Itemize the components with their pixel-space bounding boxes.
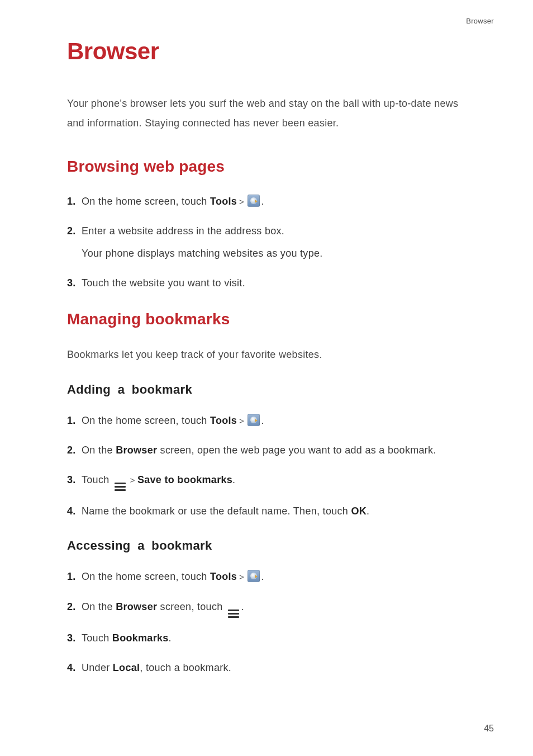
step-body: On the Browser screen, open the web page… bbox=[82, 441, 477, 460]
list-item: 2. On the Browser screen, touch . bbox=[67, 598, 477, 618]
list-item: 1. On the home screen, touch Tools>. bbox=[67, 412, 477, 430]
page-title: Browser bbox=[67, 38, 477, 65]
step-number: 3. bbox=[67, 629, 82, 648]
list-item: 4. Under Local, touch a bookmark. bbox=[67, 659, 477, 677]
step-text: . bbox=[261, 415, 264, 426]
step-text: Touch bbox=[82, 474, 112, 485]
ui-label: Tools bbox=[210, 196, 237, 207]
list-item: 1. On the home screen, touch Tools>. bbox=[67, 568, 477, 586]
list-item: 3. Touch the website you want to visit. bbox=[67, 274, 477, 292]
step-text: On the bbox=[82, 445, 116, 456]
list-item: 1. On the home screen, touch Tools>. bbox=[67, 192, 477, 211]
step-text: screen, touch bbox=[157, 601, 226, 612]
header-label: Browser bbox=[466, 17, 494, 25]
steps-adding: 1. On the home screen, touch Tools>. 2. … bbox=[67, 412, 477, 521]
step-text: . bbox=[261, 196, 264, 207]
arrow-text: > bbox=[239, 197, 244, 206]
ui-label: Local bbox=[113, 662, 140, 673]
menu-icon bbox=[228, 609, 239, 618]
list-item: 2. On the Browser screen, open the web p… bbox=[67, 441, 477, 460]
step-body: Touch >Save to bookmarks. bbox=[82, 471, 477, 491]
step-body: On the home screen, touch Tools>. bbox=[82, 412, 477, 430]
step-body: Enter a website address in the address b… bbox=[82, 222, 477, 263]
step-text: On the home screen, touch bbox=[82, 196, 210, 207]
step-text: . bbox=[367, 505, 369, 517]
arrow-text: > bbox=[130, 475, 135, 485]
section-heading-bookmarks: Managing bookmarks bbox=[67, 310, 477, 328]
step-body: Touch the website you want to visit. bbox=[82, 274, 477, 292]
step-text: , touch a bookmark. bbox=[140, 662, 231, 673]
step-text: On the home screen, touch bbox=[82, 571, 210, 582]
list-item: 2. Enter a website address in the addres… bbox=[67, 222, 477, 263]
step-body: On the home screen, touch Tools>. bbox=[82, 192, 477, 211]
step-number: 1. bbox=[67, 192, 82, 211]
browser-icon bbox=[248, 195, 260, 207]
step-text: . bbox=[169, 632, 172, 644]
subsection-heading-adding: Adding a bookmark bbox=[67, 382, 477, 397]
arrow-text: > bbox=[239, 572, 244, 582]
ui-label: OK bbox=[351, 505, 367, 517]
step-body: On the Browser screen, touch . bbox=[82, 598, 477, 618]
ui-label: Tools bbox=[210, 571, 237, 582]
bookmarks-intro: Bookmarks let you keep track of your fav… bbox=[67, 345, 477, 364]
step-number: 2. bbox=[67, 598, 82, 616]
step-text: Name the bookmark or use the default nam… bbox=[82, 505, 351, 517]
step-number: 4. bbox=[67, 659, 82, 677]
step-text: screen, open the web page you want to ad… bbox=[157, 445, 436, 456]
section-heading-browsing: Browsing web pages bbox=[67, 158, 477, 176]
arrow-text: > bbox=[239, 416, 244, 426]
step-body: Under Local, touch a bookmark. bbox=[82, 659, 477, 677]
step-number: 1. bbox=[67, 412, 82, 430]
browser-icon bbox=[248, 570, 260, 582]
step-text: . bbox=[241, 601, 244, 612]
step-subtext: Your phone displays matching websites as… bbox=[82, 244, 477, 263]
step-text: On the home screen, touch bbox=[82, 415, 210, 426]
step-body: Touch Bookmarks. bbox=[82, 629, 477, 648]
step-number: 2. bbox=[67, 222, 82, 240]
document-page: Browser Browser Your phone's browser let… bbox=[0, 0, 533, 756]
intro-paragraph: Your phone's browser lets you surf the w… bbox=[67, 94, 477, 133]
browser-icon bbox=[248, 414, 260, 426]
list-item: 4. Name the bookmark or use the default … bbox=[67, 502, 477, 521]
step-number: 1. bbox=[67, 568, 82, 586]
ui-label: Save to bookmarks bbox=[137, 474, 232, 485]
list-item: 3. Touch Bookmarks. bbox=[67, 629, 477, 648]
ui-label: Bookmarks bbox=[112, 632, 169, 644]
ui-label: Browser bbox=[116, 445, 157, 456]
ui-label: Tools bbox=[210, 415, 237, 426]
menu-icon bbox=[115, 483, 126, 491]
steps-browsing: 1. On the home screen, touch Tools>. 2. … bbox=[67, 192, 477, 292]
page-number: 45 bbox=[484, 724, 494, 734]
step-number: 3. bbox=[67, 471, 82, 489]
list-item: 3. Touch >Save to bookmarks. bbox=[67, 471, 477, 491]
step-text: Touch bbox=[82, 632, 112, 644]
step-text: . bbox=[232, 474, 235, 485]
step-text: Enter a website address in the address b… bbox=[82, 225, 284, 237]
step-text: On the bbox=[82, 601, 116, 612]
steps-accessing: 1. On the home screen, touch Tools>. 2. … bbox=[67, 568, 477, 677]
step-number: 2. bbox=[67, 441, 82, 460]
step-body: On the home screen, touch Tools>. bbox=[82, 568, 477, 586]
step-text: Touch the website you want to visit. bbox=[82, 277, 245, 289]
step-text: Under bbox=[82, 662, 113, 673]
step-number: 3. bbox=[67, 274, 82, 292]
step-body: Name the bookmark or use the default nam… bbox=[82, 502, 477, 521]
step-number: 4. bbox=[67, 502, 82, 521]
ui-label: Browser bbox=[116, 601, 157, 612]
step-text: . bbox=[261, 571, 264, 582]
subsection-heading-accessing: Accessing a bookmark bbox=[67, 538, 477, 553]
